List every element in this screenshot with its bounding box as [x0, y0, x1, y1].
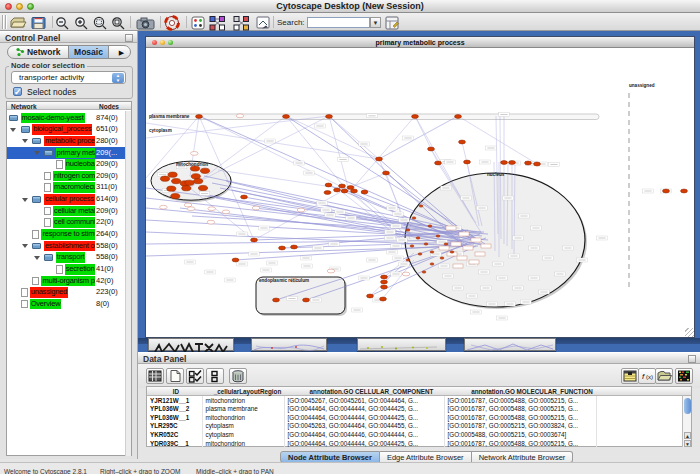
svg-text:unassigned: unassigned	[629, 83, 655, 88]
svg-text:nucleus: nucleus	[487, 172, 505, 177]
svg-text:cytoplasm: cytoplasm	[149, 128, 172, 133]
svg-text:mitochondrion: mitochondrion	[176, 162, 208, 167]
svg-text:(x): (x)	[646, 374, 653, 380]
svg-text:f: f	[642, 372, 645, 381]
svg-text:endoplasmic reticulum: endoplasmic reticulum	[259, 278, 309, 283]
svg-text:plasma membrane: plasma membrane	[149, 114, 190, 119]
